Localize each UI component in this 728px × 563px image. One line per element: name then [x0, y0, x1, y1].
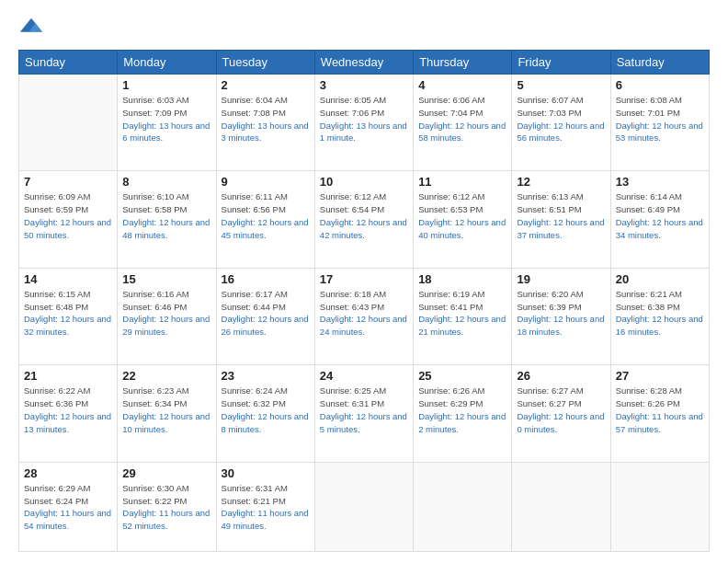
daylight-text: Daylight: 12 hours and 40 minutes. — [418, 217, 506, 240]
sunrise-text: Sunrise: 6:22 AM — [24, 385, 90, 396]
daylight-text: Daylight: 12 hours and 58 minutes. — [418, 121, 506, 144]
calendar-header-friday: Friday — [512, 51, 610, 75]
sunset-text: Sunset: 6:53 PM — [418, 204, 483, 214]
sunrise-text: Sunrise: 6:12 AM — [320, 191, 386, 201]
cell-info: Sunrise: 6:17 AMSunset: 6:44 PMDaylight:… — [222, 288, 310, 339]
cell-info: Sunrise: 6:21 AMSunset: 6:38 PMDaylight:… — [616, 288, 704, 339]
sunset-text: Sunset: 6:36 PM — [24, 398, 88, 408]
calendar-header-sunday: Sunday — [19, 51, 118, 75]
calendar-week-1: 1Sunrise: 6:03 AMSunset: 7:09 PMDaylight… — [19, 75, 710, 171]
sunrise-text: Sunrise: 6:30 AM — [122, 483, 188, 493]
calendar-cell — [19, 75, 118, 171]
sunset-text: Sunset: 6:44 PM — [222, 302, 286, 312]
calendar-header-tuesday: Tuesday — [216, 51, 314, 75]
daylight-text: Daylight: 12 hours and 48 minutes. — [122, 217, 210, 240]
calendar-cell: 13Sunrise: 6:14 AMSunset: 6:49 PMDayligh… — [610, 171, 709, 268]
sunrise-text: Sunrise: 6:28 AM — [616, 385, 682, 396]
calendar-week-2: 7Sunrise: 6:09 AMSunset: 6:59 PMDaylight… — [19, 171, 710, 268]
daylight-text: Daylight: 12 hours and 5 minutes. — [320, 411, 407, 434]
cell-info: Sunrise: 6:03 AMSunset: 7:09 PMDaylight:… — [122, 94, 210, 144]
day-number: 17 — [320, 272, 408, 286]
day-number: 6 — [616, 78, 704, 92]
calendar-cell — [414, 462, 512, 551]
day-number: 11 — [418, 175, 506, 189]
cell-info: Sunrise: 6:12 AMSunset: 6:54 PMDaylight:… — [320, 190, 408, 241]
sunset-text: Sunset: 6:48 PM — [24, 302, 88, 312]
day-number: 2 — [222, 78, 310, 92]
day-number: 5 — [517, 78, 605, 92]
cell-info: Sunrise: 6:31 AMSunset: 6:21 PMDaylight:… — [222, 482, 310, 533]
sunrise-text: Sunrise: 6:14 AM — [616, 191, 682, 201]
daylight-text: Daylight: 12 hours and 53 minutes. — [616, 121, 703, 144]
sunset-text: Sunset: 6:56 PM — [222, 204, 286, 214]
sunset-text: Sunset: 6:26 PM — [616, 398, 680, 408]
sunrise-text: Sunrise: 6:26 AM — [418, 385, 484, 396]
calendar-cell: 26Sunrise: 6:27 AMSunset: 6:27 PMDayligh… — [512, 365, 610, 462]
sunrise-text: Sunrise: 6:08 AM — [616, 95, 682, 105]
calendar-week-4: 21Sunrise: 6:22 AMSunset: 6:36 PMDayligh… — [19, 365, 710, 462]
day-number: 29 — [122, 466, 210, 480]
daylight-text: Daylight: 12 hours and 32 minutes. — [24, 314, 111, 337]
calendar-cell: 17Sunrise: 6:18 AMSunset: 6:43 PMDayligh… — [314, 268, 413, 364]
calendar-cell: 19Sunrise: 6:20 AMSunset: 6:39 PMDayligh… — [512, 268, 610, 364]
day-number: 9 — [222, 175, 310, 189]
daylight-text: Daylight: 12 hours and 21 minutes. — [418, 314, 506, 337]
sunrise-text: Sunrise: 6:21 AM — [616, 289, 682, 299]
day-number: 3 — [320, 78, 408, 92]
sunrise-text: Sunrise: 6:03 AM — [122, 95, 188, 105]
calendar-cell: 12Sunrise: 6:13 AMSunset: 6:51 PMDayligh… — [512, 171, 610, 268]
sunset-text: Sunset: 7:01 PM — [616, 108, 680, 118]
sunset-text: Sunset: 6:21 PM — [222, 496, 286, 506]
cell-info: Sunrise: 6:24 AMSunset: 6:32 PMDaylight:… — [222, 385, 310, 435]
daylight-text: Daylight: 12 hours and 45 minutes. — [222, 217, 309, 240]
cell-info: Sunrise: 6:20 AMSunset: 6:39 PMDaylight:… — [517, 288, 605, 339]
calendar-cell: 9Sunrise: 6:11 AMSunset: 6:56 PMDaylight… — [216, 171, 314, 268]
daylight-text: Daylight: 13 hours and 3 minutes. — [222, 121, 309, 144]
cell-info: Sunrise: 6:11 AMSunset: 6:56 PMDaylight:… — [222, 190, 310, 241]
sunrise-text: Sunrise: 6:29 AM — [24, 483, 90, 493]
calendar-table: SundayMondayTuesdayWednesdayThursdayFrid… — [18, 50, 710, 552]
daylight-text: Daylight: 12 hours and 50 minutes. — [24, 217, 111, 240]
logo — [18, 15, 48, 40]
sunrise-text: Sunrise: 6:16 AM — [122, 289, 188, 299]
calendar-cell: 22Sunrise: 6:23 AMSunset: 6:34 PMDayligh… — [118, 365, 216, 462]
day-number: 10 — [320, 175, 408, 189]
cell-info: Sunrise: 6:28 AMSunset: 6:26 PMDaylight:… — [616, 385, 704, 435]
day-number: 25 — [418, 369, 506, 383]
calendar-cell — [512, 462, 610, 551]
cell-info: Sunrise: 6:23 AMSunset: 6:34 PMDaylight:… — [122, 385, 210, 435]
calendar-week-3: 14Sunrise: 6:15 AMSunset: 6:48 PMDayligh… — [19, 268, 710, 364]
sunset-text: Sunset: 6:46 PM — [122, 302, 187, 312]
daylight-text: Daylight: 12 hours and 29 minutes. — [122, 314, 210, 337]
daylight-text: Daylight: 12 hours and 26 minutes. — [222, 314, 309, 337]
day-number: 13 — [616, 175, 704, 189]
daylight-text: Daylight: 12 hours and 42 minutes. — [320, 217, 407, 240]
sunrise-text: Sunrise: 6:09 AM — [24, 191, 90, 201]
cell-info: Sunrise: 6:16 AMSunset: 6:46 PMDaylight:… — [122, 288, 210, 339]
sunrise-text: Sunrise: 6:31 AM — [222, 483, 288, 493]
sunrise-text: Sunrise: 6:12 AM — [418, 191, 484, 201]
calendar-cell: 28Sunrise: 6:29 AMSunset: 6:24 PMDayligh… — [19, 462, 118, 551]
calendar-cell: 2Sunrise: 6:04 AMSunset: 7:08 PMDaylight… — [216, 75, 314, 171]
sunset-text: Sunset: 6:32 PM — [222, 398, 286, 408]
daylight-text: Daylight: 12 hours and 37 minutes. — [517, 217, 604, 240]
sunrise-text: Sunrise: 6:13 AM — [517, 191, 583, 201]
sunrise-text: Sunrise: 6:23 AM — [122, 385, 188, 396]
daylight-text: Daylight: 12 hours and 18 minutes. — [517, 314, 604, 337]
day-number: 1 — [122, 78, 210, 92]
cell-info: Sunrise: 6:09 AMSunset: 6:59 PMDaylight:… — [24, 190, 112, 241]
day-number: 7 — [24, 175, 112, 189]
header — [18, 15, 710, 40]
sunrise-text: Sunrise: 6:11 AM — [222, 191, 288, 201]
calendar-cell: 29Sunrise: 6:30 AMSunset: 6:22 PMDayligh… — [118, 462, 216, 551]
daylight-text: Daylight: 12 hours and 56 minutes. — [517, 121, 604, 144]
cell-info: Sunrise: 6:26 AMSunset: 6:29 PMDaylight:… — [418, 385, 506, 435]
daylight-text: Daylight: 13 hours and 1 minute. — [320, 121, 407, 144]
calendar-cell: 3Sunrise: 6:05 AMSunset: 7:06 PMDaylight… — [314, 75, 413, 171]
calendar-cell — [314, 462, 413, 551]
day-number: 12 — [517, 175, 605, 189]
day-number: 28 — [24, 466, 112, 480]
day-number: 21 — [24, 369, 112, 383]
cell-info: Sunrise: 6:07 AMSunset: 7:03 PMDaylight:… — [517, 94, 605, 144]
sunset-text: Sunset: 6:24 PM — [24, 496, 88, 506]
